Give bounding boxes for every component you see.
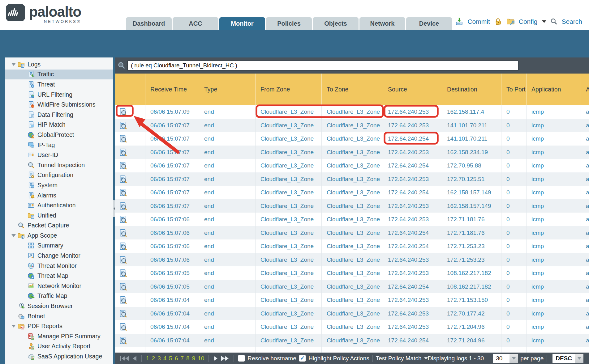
tab-monitor[interactable]: Monitor — [219, 17, 265, 30]
cell-application[interactable]: icmp — [527, 280, 581, 294]
cell-source[interactable]: 172.64.240.253 — [383, 293, 442, 307]
cell-from-zone[interactable]: Cloudflare_L3_Zone — [256, 293, 322, 307]
tab-network[interactable]: Network — [359, 17, 405, 30]
log-detail-icon[interactable] — [118, 134, 127, 143]
cell-type[interactable]: end — [199, 159, 256, 172]
cell-from-zone[interactable]: Cloudflare_L3_Zone — [256, 119, 322, 132]
cell-type[interactable]: end — [199, 239, 256, 253]
cell-to-port[interactable]: 0 — [501, 253, 527, 267]
column-header-to-port[interactable]: To Port — [501, 74, 527, 105]
cell-receive-time[interactable]: 06/06 15:07:07 — [145, 132, 199, 146]
cell-source[interactable]: 172.64.240.253 — [383, 213, 442, 226]
cell-type[interactable]: end — [199, 253, 256, 267]
cell-source[interactable]: 172.64.240.253 — [383, 266, 442, 280]
cell-extra[interactable]: a — [581, 266, 589, 280]
cell-receive-time[interactable]: 06/06 15:07:06 — [145, 239, 199, 253]
cell-to-zone[interactable]: Cloudflare_L3_Zone — [322, 199, 383, 213]
sidebar-item-data-filtering[interactable]: Data Filtering — [5, 110, 113, 120]
cell-from-zone[interactable]: Cloudflare_L3_Zone — [256, 172, 322, 186]
previous-page-button[interactable] — [133, 356, 136, 361]
cell-to-zone[interactable]: Cloudflare_L3_Zone — [322, 334, 383, 347]
cell-extra[interactable]: a — [581, 146, 589, 159]
cell-destination[interactable]: 162.158.157.149 — [442, 199, 501, 213]
page-number-5[interactable]: 5 — [169, 355, 172, 362]
cell-application[interactable]: icmp — [527, 105, 581, 119]
page-number-9[interactable]: 9 — [192, 355, 196, 362]
log-detail-button[interactable] — [115, 132, 130, 146]
cell-to-zone[interactable]: Cloudflare_L3_Zone — [322, 146, 383, 159]
cell-destination[interactable]: 141.101.70.211 — [442, 132, 501, 146]
cell-to-port[interactable]: 0 — [501, 105, 527, 119]
sidebar-item-botnet[interactable]: Botnet — [5, 311, 113, 321]
cell-application[interactable]: icmp — [527, 172, 581, 186]
cell-extra[interactable]: a — [581, 132, 589, 146]
cell-to-port[interactable]: 0 — [501, 199, 527, 213]
log-filter-input[interactable] — [127, 61, 518, 70]
cell-destination[interactable]: 172.71.253.23 — [442, 239, 501, 253]
per-page-select[interactable]: 30 — [493, 354, 518, 363]
cell-application[interactable]: icmp — [527, 239, 581, 253]
cell-to-zone[interactable]: Cloudflare_L3_Zone — [322, 186, 383, 199]
cell-type[interactable]: end — [199, 146, 256, 159]
column-header-blank-0[interactable] — [115, 74, 130, 105]
log-detail-button[interactable] — [115, 199, 130, 213]
sort-order-select[interactable]: DESC — [552, 354, 583, 363]
cell-from-zone[interactable]: Cloudflare_L3_Zone — [256, 159, 322, 172]
cell-extra[interactable]: a — [581, 307, 589, 320]
sidebar-item-summary[interactable]: Summary — [5, 241, 113, 251]
cell-destination[interactable]: 162.158.157.149 — [442, 186, 501, 199]
sidebar-item-traffic-map[interactable]: Traffic Map — [5, 291, 113, 301]
log-detail-button[interactable] — [115, 159, 130, 172]
log-detail-icon[interactable] — [118, 336, 127, 345]
cell-destination[interactable]: 162.158.234.19 — [442, 146, 501, 159]
log-detail-button[interactable] — [115, 226, 130, 240]
cell-type[interactable]: end — [199, 307, 256, 320]
log-detail-icon[interactable] — [118, 256, 127, 264]
page-number-7[interactable]: 7 — [180, 355, 184, 362]
cell-extra[interactable]: a — [581, 280, 589, 294]
cell-application[interactable]: icmp — [527, 146, 581, 159]
cell-from-zone[interactable]: Cloudflare_L3_Zone — [256, 307, 322, 320]
cell-receive-time[interactable]: 06/06 15:07:07 — [145, 199, 199, 213]
cell-extra[interactable]: a — [581, 199, 589, 213]
cell-extra[interactable]: a — [581, 293, 589, 307]
cell-extra[interactable]: a — [581, 119, 589, 132]
cell-type[interactable]: end — [199, 266, 256, 280]
cell-to-zone[interactable]: Cloudflare_L3_Zone — [322, 105, 383, 119]
cell-type[interactable]: end — [199, 226, 256, 240]
cell-destination[interactable]: 172.71.204.96 — [442, 334, 501, 347]
log-detail-button[interactable] — [115, 239, 130, 253]
cell-to-zone[interactable]: Cloudflare_L3_Zone — [322, 172, 383, 186]
log-detail-icon[interactable] — [118, 296, 127, 304]
cell-extra[interactable]: a — [581, 105, 589, 119]
sidebar-item-user-id[interactable]: User-ID — [5, 150, 113, 160]
commit-link[interactable]: Commit — [467, 18, 490, 25]
cell-application[interactable]: icmp — [527, 119, 581, 132]
first-page-button[interactable] — [120, 356, 129, 361]
cell-receive-time[interactable]: 06/06 15:07:07 — [145, 146, 199, 159]
cell-extra[interactable]: a — [581, 172, 589, 186]
sidebar-item-hip-match[interactable]: HIP Match — [5, 120, 113, 130]
cell-to-port[interactable]: 0 — [501, 119, 527, 132]
cell-source[interactable]: 172.64.240.253 — [383, 253, 442, 267]
cell-application[interactable]: icmp — [527, 293, 581, 307]
cell-destination[interactable]: 172.71.204.96 — [442, 320, 501, 334]
next-page-button[interactable] — [214, 356, 217, 361]
cell-source[interactable]: 172.64.240.254 — [383, 334, 442, 347]
log-detail-icon[interactable] — [118, 161, 127, 170]
log-detail-button[interactable] — [115, 253, 130, 267]
log-detail-icon[interactable] — [118, 148, 127, 156]
cell-destination[interactable]: 172.70.125.51 — [442, 172, 501, 186]
cell-from-zone[interactable]: Cloudflare_L3_Zone — [256, 253, 322, 267]
sidebar-item-packet-capture[interactable]: Packet Capture — [5, 221, 113, 231]
cell-extra[interactable]: a — [581, 239, 589, 253]
highlight-policy-actions-checkbox[interactable]: ✓ — [299, 355, 306, 362]
cell-from-zone[interactable]: Cloudflare_L3_Zone — [256, 280, 322, 294]
cell-to-port[interactable]: 0 — [501, 334, 527, 347]
sidebar-item-saas-application-usage[interactable]: SaaS Application Usage — [5, 351, 113, 362]
log-detail-button[interactable] — [115, 293, 130, 307]
column-header-application[interactable]: Application — [527, 74, 581, 105]
cell-destination[interactable]: 172.71.153.150 — [442, 293, 501, 307]
sidebar-item-system[interactable]: System — [5, 180, 113, 190]
column-header-blank-1[interactable] — [130, 74, 145, 105]
